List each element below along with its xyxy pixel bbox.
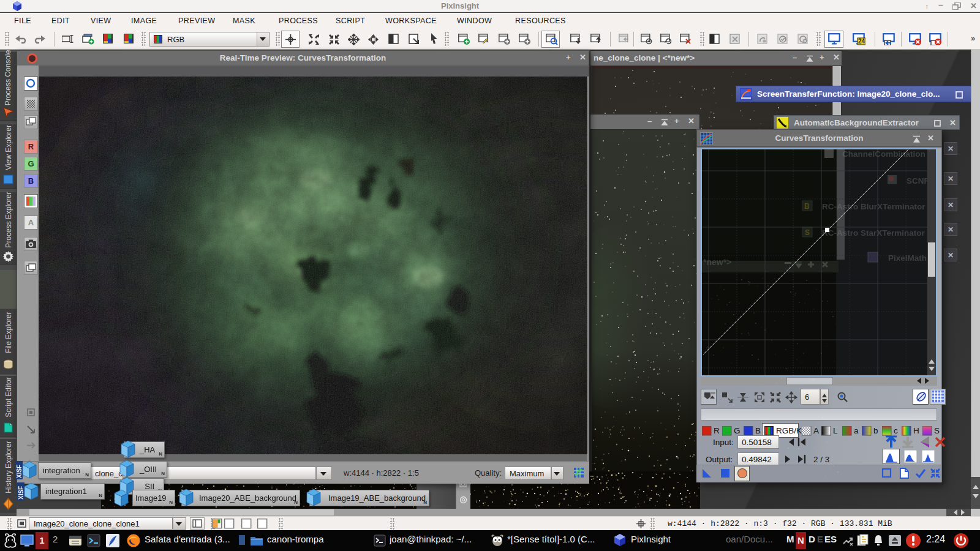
svg-text:XISF: XISF bbox=[18, 486, 24, 500]
svg-text:*new*>: *new*> bbox=[703, 257, 731, 267]
svg-text:S: S bbox=[805, 228, 810, 237]
svg-text:XISF: XISF bbox=[16, 465, 23, 478]
svg-text:RC-Astro BlurXTerminator: RC-Astro BlurXTerminator bbox=[822, 202, 925, 211]
svg-text:B: B bbox=[804, 202, 810, 211]
svg-text:RC-Astro StarXTerminator: RC-Astro StarXTerminator bbox=[822, 228, 925, 238]
svg-text:24: 24 bbox=[858, 38, 865, 45]
svg-text:PixelMath: PixelMath bbox=[888, 253, 927, 263]
svg-text:ChannelCombination: ChannelCombination bbox=[842, 149, 925, 159]
svg-text:SCNR: SCNR bbox=[907, 176, 930, 186]
